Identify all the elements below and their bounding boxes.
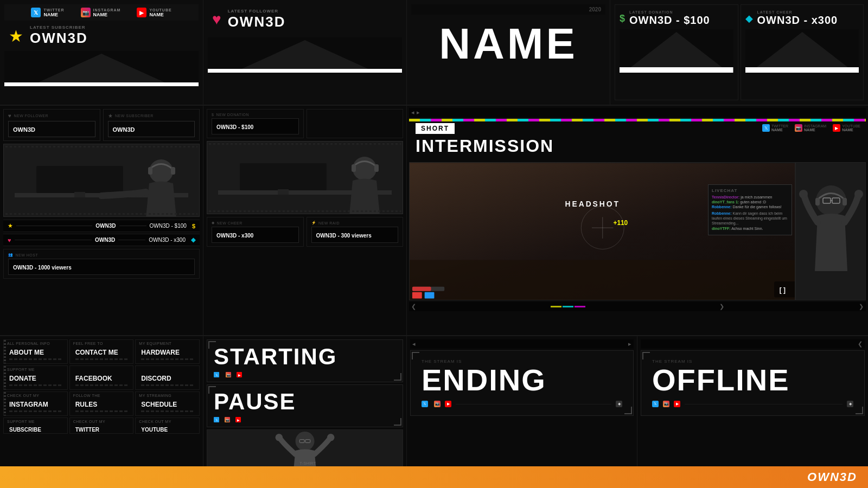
panel-donate-tag: SUPPORT ME [7,368,35,371]
twitter-labels: TWITTER NAME [43,8,64,17]
svg-rect-11 [74,192,85,197]
empty-slot [307,109,404,138]
new-raid-value: OWN3D - 300 viewers [316,233,372,239]
svg-text:HEADSHOT: HEADSHOT [565,200,620,208]
st-twitter: 𝕏 [214,372,220,377]
subscriber-text: LATEST SUBSCRIBER OWN3D [30,25,88,47]
panel-hardware: MY EQUIPMENT HARDWARE [135,339,200,364]
svg-rect-43 [815,198,820,206]
glitch-magenta [575,306,585,307]
follower-label: LATEST FOLLOWER [228,9,286,14]
new-cheer-tag: ◆ NEW CHEER [212,221,299,225]
latest-donation-widget: $ LATEST DONATION OWN3D - $100 [615,4,738,100]
twitter-name: NAME [43,12,64,17]
panel-subscribe-tag: SUPPORT ME [7,420,35,423]
end-more-icons: ◈ [616,401,622,407]
off-yt: ▶ [674,401,680,407]
panel-donate-stripe [9,384,62,386]
panel-discord-stripe [141,384,194,386]
st-twitter-icon: 𝕏 [214,372,219,377]
panel-twitter-tag: CHECK OUT MY [73,420,106,423]
offline-prev-icon[interactable]: ❮ [858,341,863,348]
youtube-name: NAME [149,12,171,17]
youtube-label: YOUTUBE [149,8,171,12]
glitch-cyan [563,306,573,307]
pause-ig-icon: 📷 [225,417,230,422]
cheer-header: ◆ LATEST CHEER OWN3D - x300 [745,10,859,27]
end-yt: ▶ [445,401,451,407]
svg-text:+110: +110 [614,219,628,227]
cell-latest-subscriber: 𝕏 TWITTER NAME 📷 INSTAGRAM NAME ▶ [0,0,203,105]
panel-donate-title: DONATE [9,375,62,382]
donation-dollar-icon: $ [620,13,625,24]
donation-value: OWN3D - $100 [629,14,710,27]
panel-contact-stripe [75,358,128,360]
name-large-display: NAME [411,20,605,68]
livechat-overlay: LIVECHAT TennisDirector: ja mich zusamme… [708,184,792,235]
mountain-graphic [4,51,199,86]
excited-streamer-svg: T-SHIRT [207,430,403,466]
nav-next2-icon[interactable]: ❯ [859,303,864,310]
excited-streamer-area: T-SHIRT [207,429,403,466]
svg-rect-20 [352,164,356,172]
notifications-col: ♥ NEW FOLLOWER OWN3D ★ NEW SUBSCRIBER OW… [0,106,203,335]
nav-prev-icon[interactable]: ❮ [411,303,416,310]
end-yt-icon: ▶ [445,401,451,407]
latest-cheer-widget: ◆ LATEST CHEER OWN3D - x300 [741,4,864,100]
alert-divider-3 [15,240,92,240]
offline-nav-top: ❮ [641,339,865,349]
int-youtube: ▶ YOUTUBE NAME [833,124,860,132]
panel-discord: DISCORD [135,365,200,390]
panel-rules-title: RULES [75,401,128,408]
panel-about-tag: ALL PERSONAL INFO [7,342,50,345]
off-ig-icon: 📷 [663,401,669,407]
new-host-widget: 👥 NEW HOST OWN3D - 1000 viewers [3,249,200,279]
cheer-value: OWN3D - x300 [757,14,838,27]
dots-decoration-top [5,146,197,147]
alert-sub-amount: OWN3D - $100 [150,223,187,229]
new-subscriber-icon: ★ [108,113,113,119]
ending-next-icon[interactable]: ▸ [628,341,631,348]
instagram-labels: INSTAGRAM NAME [93,8,121,17]
new-follower-icon: ♥ [8,113,11,119]
panel-about-title: ABOUT ME [9,349,62,356]
dots-decoration-bottom [5,213,197,215]
donation-label: LATEST DONATION [629,10,710,14]
svg-text:T-SHIRT: T-SHIRT [299,461,316,466]
camera-box-1 [3,144,200,217]
svg-rect-33 [412,292,422,299]
ending-expand-icon[interactable]: ◂ [412,341,416,348]
instagram-social: 📷 INSTAGRAM NAME [81,8,121,17]
year-bar: 2020 [411,4,605,15]
svg-point-19 [353,157,376,181]
cheer-label: LATEST CHEER [757,10,838,14]
off-divider [685,404,843,404]
nav-next-icon[interactable]: ❯ [719,303,724,310]
svg-point-51 [276,434,283,441]
off-more: ◈ [847,401,853,407]
int-twitter: 𝕏 TWITTER NAME [762,124,788,132]
pause-tw-icon: 𝕏 [214,417,219,422]
int-youtube-icon: ▶ [833,124,840,132]
panel-facebook-stripe [75,384,128,386]
new-subscriber-value: OWN3D [113,126,135,133]
alert-divider-2 [119,226,146,226]
glitch-indicator [551,303,585,310]
end-tw-icon: 𝕏 [422,401,428,407]
dots-2-top [209,143,401,145]
next-arrow-icon[interactable]: ▸ [417,109,420,116]
svg-point-46 [854,190,863,198]
new-subscriber-label: NEW SUBSCRIBER [115,114,154,118]
off-extra-icon: ◈ [847,401,853,407]
svg-marker-2 [239,40,371,70]
panel-instagram-tag: CHECK OUT MY [7,394,40,397]
expand-icon[interactable]: ◂ [411,109,414,116]
svg-point-12 [149,159,173,183]
donation-visual [620,29,733,73]
new-cheer-label: NEW CHEER [217,221,242,225]
notif-row-3: ◆ NEW CHEER OWN3D - x300 ⚡ NEW RAID OWN3… [207,217,403,247]
chat-line-3: Robbenne: Danke für die gamen follows! [712,205,788,209]
panel-instagram-stripe [9,410,62,412]
intermission-nav-top: ◂ ▸ [409,108,866,117]
offline-social-icons: 𝕏 📷 ▶ ◈ [652,401,853,407]
